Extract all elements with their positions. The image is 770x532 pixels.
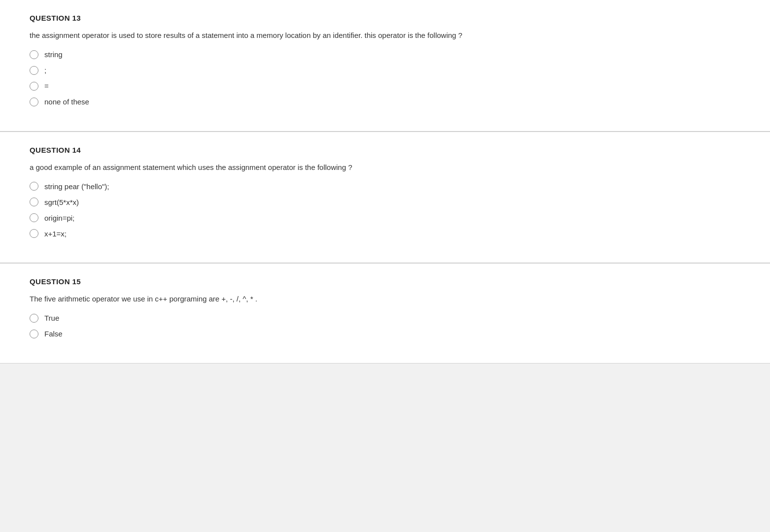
radio-circle-q14-b[interactable] [30,198,38,206]
radio-circle-q13-c[interactable] [30,82,38,91]
question-number-q15: QUESTION 15 [30,277,740,286]
option-label-q15-b: False [44,330,63,338]
option-item-q13-c[interactable]: = [30,82,740,91]
page-container: QUESTION 13the assignment operator is us… [0,0,770,532]
radio-circle-q13-b[interactable] [30,66,38,75]
option-item-q15-a[interactable]: True [30,314,740,323]
radio-circle-q14-c[interactable] [30,213,38,222]
radio-circle-q14-d[interactable] [30,229,38,238]
option-item-q14-b[interactable]: sgrt(5*x*x) [30,198,740,206]
option-item-q14-a[interactable]: string pear ("hello"); [30,182,740,191]
radio-circle-q13-a[interactable] [30,50,38,59]
option-label-q13-a: string [44,50,63,59]
option-label-q14-b: sgrt(5*x*x) [44,198,79,206]
option-label-q14-c: origin=pi; [44,214,74,222]
radio-circle-q13-d[interactable] [30,98,38,106]
options-list-q13: string;=none of these [30,50,740,106]
question-text-q13: the assignment operator is used to store… [30,30,740,41]
radio-circle-q15-b[interactable] [30,330,38,338]
option-item-q15-b[interactable]: False [30,330,740,338]
question-block-q14: QUESTION 14a good example of an assignme… [0,132,770,264]
option-item-q14-c[interactable]: origin=pi; [30,213,740,222]
question-block-q15: QUESTION 15The five arithmetic operator … [0,264,770,364]
question-block-q13: QUESTION 13the assignment operator is us… [0,0,770,132]
question-number-q13: QUESTION 13 [30,14,740,22]
question-number-q14: QUESTION 14 [30,146,740,154]
option-item-q14-d[interactable]: x+1=x; [30,229,740,238]
option-label-q14-a: string pear ("hello"); [44,182,109,191]
radio-circle-q15-a[interactable] [30,314,38,323]
options-list-q15: TrueFalse [30,314,740,338]
option-label-q15-a: True [44,314,59,322]
question-text-q14: a good example of an assignment statemen… [30,162,740,173]
option-item-q13-a[interactable]: string [30,50,740,59]
question-text-q15: The five arithmetic operator we use in c… [30,294,740,305]
option-label-q13-d: none of these [44,98,89,106]
option-item-q13-b[interactable]: ; [30,66,740,75]
option-label-q14-d: x+1=x; [44,230,67,238]
option-label-q13-c: = [44,82,49,90]
radio-circle-q14-a[interactable] [30,182,38,191]
options-list-q14: string pear ("hello");sgrt(5*x*x)origin=… [30,182,740,238]
option-label-q13-b: ; [44,66,46,74]
option-item-q13-d[interactable]: none of these [30,98,740,106]
